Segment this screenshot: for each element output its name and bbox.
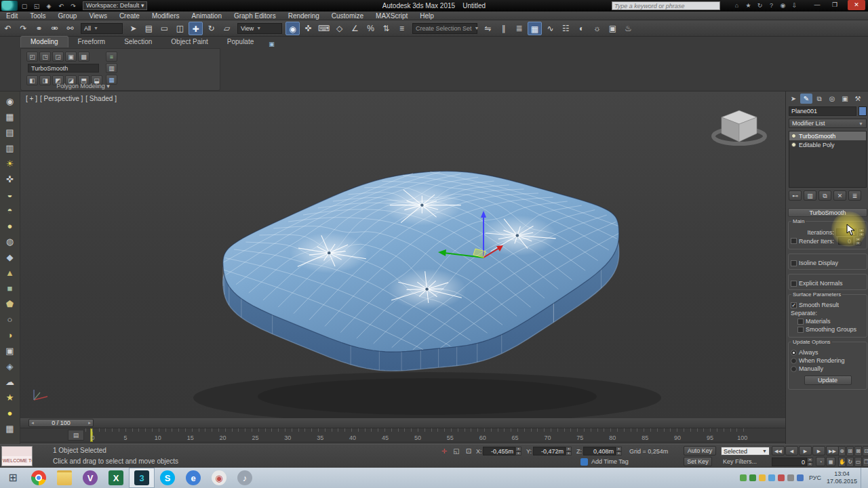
set-key-button[interactable]: Set Key bbox=[684, 457, 712, 466]
command-panel-tab[interactable]: ✎ bbox=[800, 94, 812, 104]
selection-filter-dropdown[interactable]: All▼ bbox=[81, 23, 123, 34]
transform-typein-icon[interactable]: ⊡ bbox=[464, 447, 473, 455]
y-spinner[interactable]: ▲▼ bbox=[566, 447, 572, 455]
ribbon-display-icon[interactable]: ▣ bbox=[263, 41, 280, 47]
smoothing-groups-checkbox[interactable] bbox=[797, 327, 804, 333]
help-icon[interactable]: ? bbox=[766, 1, 777, 10]
playback-button[interactable]: ◀◀ bbox=[772, 446, 785, 455]
help-icon[interactable]: ↻ bbox=[754, 1, 766, 10]
render-iters-spinner[interactable]: ▲▼ bbox=[855, 237, 861, 245]
ribbon-tab[interactable]: Object Paint bbox=[161, 37, 217, 47]
toolbar-button[interactable]: ☷ bbox=[559, 22, 573, 35]
start-button[interactable]: ⊞ bbox=[0, 468, 26, 488]
key-filters-button[interactable]: Key Filters... bbox=[723, 458, 757, 465]
restore-button[interactable]: ❐ bbox=[826, 0, 844, 10]
left-toolbar-button[interactable]: ◍ bbox=[2, 235, 18, 249]
toolbar-button[interactable]: ≣ bbox=[512, 22, 526, 35]
menu-item[interactable]: Create bbox=[113, 12, 146, 20]
render-iters-checkbox[interactable] bbox=[791, 238, 797, 244]
command-panel-tab[interactable]: ➤ bbox=[787, 94, 800, 104]
reference-coordinate-dropdown[interactable]: View▼ bbox=[237, 23, 282, 34]
zoom-region-icon[interactable]: ⊡ bbox=[863, 446, 868, 456]
perspective-viewport[interactable]: [ + ] [ Perspective ] [ Shaded ] bbox=[20, 92, 785, 418]
time-config-button[interactable]: ▦ bbox=[826, 457, 835, 466]
left-toolbar-button[interactable]: ◉ bbox=[2, 94, 18, 108]
menu-item[interactable]: Group bbox=[52, 12, 83, 20]
toolbar-button[interactable]: ▣ bbox=[606, 22, 620, 35]
toolbar-button[interactable]: ∿ bbox=[543, 22, 557, 35]
trackbar-selection-button[interactable]: ▤ bbox=[68, 430, 84, 441]
selection-lock-icon[interactable]: ✛ bbox=[439, 447, 449, 455]
workspace-dropdown[interactable]: Workspace: Default ▾ bbox=[83, 1, 147, 10]
panel-side-button[interactable]: ≡ bbox=[106, 52, 117, 62]
left-toolbar-button[interactable]: ▦ bbox=[2, 110, 18, 124]
left-toolbar-button[interactable]: ○ bbox=[2, 312, 18, 327]
left-toolbar-button[interactable]: ⬟ bbox=[2, 297, 18, 311]
subobject-mode-button[interactable]: ◳ bbox=[39, 52, 51, 62]
toolbar-button[interactable]: ▭ bbox=[157, 22, 172, 35]
stack-tool-button[interactable]: ⧉ bbox=[818, 190, 831, 201]
left-toolbar-button[interactable]: ◆ bbox=[2, 250, 18, 264]
playback-button[interactable]: ▶ bbox=[799, 446, 812, 455]
menu-item[interactable]: Modifiers bbox=[146, 12, 186, 20]
time-config-button[interactable]: ◔ bbox=[816, 457, 825, 466]
manually-radio[interactable] bbox=[791, 366, 797, 372]
taskbar-app[interactable]: ◉ bbox=[206, 468, 232, 488]
menu-item[interactable]: Edit bbox=[0, 12, 24, 20]
time-slider-track[interactable]: ◂ 0 / 100 ▸ bbox=[20, 418, 785, 428]
modifier-bulb-icon[interactable] bbox=[791, 142, 796, 147]
toolbar-button[interactable]: ◉ bbox=[285, 22, 300, 35]
toolbar-button[interactable]: ➤ bbox=[126, 22, 140, 35]
taskbar-app[interactable]: X bbox=[103, 468, 129, 488]
toolbar-button[interactable]: % bbox=[363, 22, 378, 35]
menu-item[interactable]: MAXScript bbox=[370, 12, 414, 20]
panel-side-button[interactable]: ▥ bbox=[106, 63, 117, 73]
playback-button[interactable]: ▶ bbox=[812, 446, 825, 455]
left-toolbar-button[interactable]: ● bbox=[2, 406, 18, 420]
toolbar-button[interactable]: ⚯ bbox=[63, 22, 77, 35]
subobject-mode-button[interactable]: ▣ bbox=[65, 52, 77, 62]
ribbon-tab[interactable]: Freeform bbox=[68, 37, 115, 47]
z-coordinate-field[interactable]: 0,408m bbox=[583, 447, 616, 455]
help-icon[interactable]: ⇩ bbox=[789, 1, 800, 10]
left-toolbar-button[interactable]: ✜ bbox=[2, 172, 18, 186]
subobject-mode-button[interactable]: ◲ bbox=[52, 52, 64, 62]
left-toolbar-button[interactable]: ◑ bbox=[2, 328, 18, 342]
modifier-stack-row[interactable]: TurboSmooth bbox=[789, 131, 866, 140]
update-button[interactable]: Update bbox=[804, 375, 852, 385]
close-button[interactable]: ✕ bbox=[848, 0, 865, 10]
explicit-normals-checkbox[interactable] bbox=[791, 281, 797, 287]
left-toolbar-button[interactable]: ▥ bbox=[2, 141, 18, 155]
left-toolbar-button[interactable]: ★ bbox=[2, 390, 18, 405]
left-toolbar-button[interactable]: ☀ bbox=[2, 157, 18, 171]
render-iters-field[interactable]: 0 bbox=[838, 237, 853, 245]
key-mode-dropdown[interactable]: Selected▼ bbox=[721, 447, 770, 455]
ribbon-tab[interactable]: Selection bbox=[115, 37, 161, 47]
time-slider-handle[interactable]: ◂ 0 / 100 ▸ bbox=[28, 419, 94, 427]
command-panel-tab[interactable]: ◎ bbox=[826, 94, 838, 104]
menu-item[interactable]: Rendering bbox=[282, 12, 326, 20]
playback-button[interactable]: ◀ bbox=[785, 446, 798, 455]
tray-icon[interactable] bbox=[768, 474, 775, 481]
materials-checkbox[interactable] bbox=[797, 319, 804, 325]
left-toolbar-button[interactable]: ◒ bbox=[2, 188, 18, 202]
app-logo-icon[interactable] bbox=[1, 1, 18, 11]
left-toolbar-button[interactable]: ● bbox=[2, 219, 18, 233]
command-panel-tab[interactable]: ▣ bbox=[839, 94, 851, 104]
track-bar[interactable]: ▤ 05101520253035404550556065707580859095… bbox=[20, 428, 785, 443]
left-toolbar-button[interactable]: ▣ bbox=[2, 344, 18, 358]
toolbar-button[interactable]: ∠ bbox=[348, 22, 362, 35]
x-coordinate-field[interactable]: -0,455m bbox=[483, 447, 515, 455]
quick-access-icon[interactable]: ↶ bbox=[56, 1, 66, 11]
minimize-button[interactable]: — bbox=[808, 0, 826, 10]
left-toolbar-button[interactable]: ◓ bbox=[2, 203, 18, 218]
stack-tool-button[interactable]: ▥ bbox=[804, 190, 816, 201]
stack-tool-button[interactable]: ✕ bbox=[833, 190, 846, 201]
object-color-swatch[interactable] bbox=[859, 106, 867, 116]
menu-item[interactable]: Animation bbox=[185, 12, 227, 20]
taskbar-app[interactable]: 3 bbox=[129, 468, 155, 488]
language-indicator[interactable]: РУС bbox=[807, 474, 823, 481]
absolute-offset-icon[interactable]: ◱ bbox=[452, 447, 461, 455]
next-frame-arrow[interactable]: ▸ bbox=[86, 420, 93, 426]
tray-icon[interactable] bbox=[787, 474, 794, 481]
